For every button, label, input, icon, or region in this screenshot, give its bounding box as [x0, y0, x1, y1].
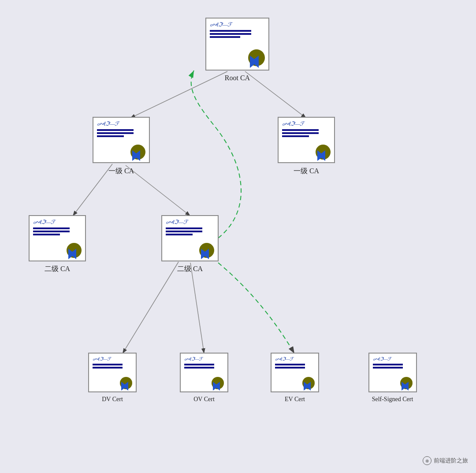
cert-lines [33, 227, 82, 241]
svg-marker-13 [121, 382, 128, 391]
cert-line [275, 367, 305, 369]
svg-line-6 [123, 262, 178, 354]
svg-marker-9 [132, 150, 140, 161]
cert-ribbon [399, 382, 413, 391]
cert-ribbon [198, 249, 214, 259]
cert-line [184, 367, 214, 369]
ev-cert-label: EV Cert [271, 396, 319, 403]
secondary-ca-middle-label: 二级 CA [161, 264, 219, 274]
dv-cert: ℴ∾ℓℑ'—ℱ [88, 353, 137, 392]
root-ca-label: Root CA [205, 74, 269, 82]
svg-marker-11 [68, 249, 76, 259]
cert-line [282, 132, 319, 134]
intermediate-ca-right-cert: ℴ∾ℓℑ'—ℱ [278, 117, 335, 163]
cert-ribbon [119, 382, 132, 391]
intermediate-ca-left-cert: ℴ∾ℓℑ'—ℱ [93, 117, 150, 163]
watermark: ⊕ 前端进阶之旅 [423, 456, 468, 465]
cert-line [93, 364, 123, 365]
cert-squiggle: ℴ∾ℓℑ'—ℱ [33, 219, 82, 226]
cert-line [33, 231, 70, 232]
cert-line [282, 135, 309, 137]
cert-ribbon [211, 382, 224, 391]
cert-lines [184, 364, 224, 375]
cert-ribbon [65, 249, 81, 259]
cert-line [275, 364, 305, 365]
cert-lines [97, 129, 145, 143]
cert-ribbon [301, 382, 315, 391]
cert-squiggle: ℴ∾ℓℑ'—ℱ [97, 120, 145, 127]
cert-line [93, 367, 123, 369]
secondary-ca-left-label: 二级 CA [29, 264, 86, 274]
diagram-container: ℴ∾ℓℑ'—ℱ Root CA ℴ∾ℓℑ'—ℱ [0, 0, 476, 473]
cert-lines [373, 364, 413, 375]
svg-line-7 [190, 263, 204, 354]
cert-ribbon [129, 150, 145, 161]
cert-line [210, 33, 251, 35]
cert-bottom [93, 377, 132, 391]
cert-squiggle: ℴ∾ℓℑ'—ℱ [184, 356, 224, 362]
svg-marker-10 [317, 150, 325, 161]
cert-ribbon [246, 56, 265, 68]
cert-line [184, 364, 214, 365]
cert-bottom [166, 243, 214, 261]
cert-line [33, 234, 60, 235]
cert-lines [166, 227, 214, 241]
ov-cert-label: OV Cert [180, 396, 228, 403]
svg-marker-12 [201, 249, 209, 259]
ev-cert: ℴ∾ℓℑ'—ℱ [271, 353, 319, 392]
svg-marker-16 [402, 382, 409, 391]
cert-bottom [282, 145, 331, 162]
cert-squiggle: ℴ∾ℓℑ'—ℱ [282, 120, 331, 127]
cert-line [166, 227, 202, 229]
root-ca-cert: ℴ∾ℓℑ'—ℱ [205, 18, 269, 71]
secondary-ca-middle-cert: ℴ∾ℓℑ'—ℱ [161, 215, 219, 261]
cert-squiggle: ℴ∾ℓℑ'—ℱ [210, 21, 265, 28]
cert-lines [93, 364, 132, 375]
cert-squiggle: ℴ∾ℓℑ'—ℱ [166, 219, 214, 226]
cert-bottom [33, 243, 82, 261]
svg-marker-8 [250, 56, 259, 68]
cert-line [97, 132, 134, 134]
cert-lines [210, 30, 265, 48]
svg-marker-15 [304, 382, 311, 391]
cert-lines [275, 364, 315, 375]
cert-line [373, 367, 403, 369]
cert-line [97, 135, 124, 137]
watermark-icon: ⊕ [423, 456, 431, 465]
cert-squiggle: ℴ∾ℓℑ'—ℱ [93, 356, 132, 362]
cert-bottom [184, 377, 224, 391]
secondary-ca-left-cert: ℴ∾ℓℑ'—ℱ [29, 215, 86, 261]
cert-bottom [373, 377, 413, 391]
intermediate-ca-right-label: 一级 CA [278, 167, 335, 176]
cert-line [210, 36, 240, 38]
cert-line [210, 30, 251, 32]
intermediate-ca-left-label: 一级 CA [93, 167, 150, 176]
cert-bottom [97, 145, 145, 162]
self-signed-cert: ℴ∾ℓℑ'—ℱ [368, 353, 417, 392]
ov-cert: ℴ∾ℓℑ'—ℱ [180, 353, 228, 392]
self-signed-cert-label: Self-Signed Cert [361, 396, 424, 403]
cert-bottom [275, 377, 315, 391]
cert-line [166, 231, 202, 232]
cert-squiggle: ℴ∾ℓℑ'—ℱ [373, 356, 413, 362]
cert-line [166, 234, 193, 235]
cert-line [282, 129, 319, 131]
dv-cert-label: DV Cert [88, 396, 137, 403]
svg-marker-14 [213, 382, 220, 391]
cert-ribbon [314, 150, 330, 161]
cert-bottom [210, 49, 265, 70]
cert-line [373, 364, 403, 365]
watermark-text: 前端进阶之旅 [434, 457, 468, 465]
cert-line [33, 227, 70, 229]
cert-squiggle: ℴ∾ℓℑ'—ℱ [275, 356, 315, 362]
cert-lines [282, 129, 331, 143]
cert-line [97, 129, 134, 131]
